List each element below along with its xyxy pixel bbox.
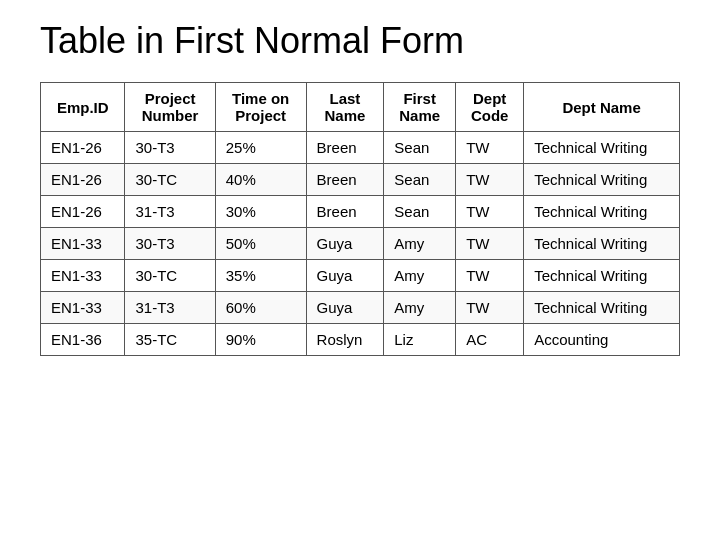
table-cell-4-4: Amy (384, 260, 456, 292)
table-cell-4-6: Technical Writing (524, 260, 680, 292)
table-body: EN1-2630-T325%BreenSeanTWTechnical Writi… (41, 132, 680, 356)
table-cell-2-5: TW (456, 196, 524, 228)
col-header-1: ProjectNumber (125, 83, 215, 132)
table-cell-0-1: 30-T3 (125, 132, 215, 164)
table-row: EN1-2630-TC40%BreenSeanTWTechnical Writi… (41, 164, 680, 196)
table-cell-6-1: 35-TC (125, 324, 215, 356)
col-header-6: Dept Name (524, 83, 680, 132)
table-cell-3-2: 50% (215, 228, 306, 260)
table-cell-5-3: Guya (306, 292, 384, 324)
table-cell-1-0: EN1-26 (41, 164, 125, 196)
col-header-0: Emp.ID (41, 83, 125, 132)
table-cell-4-1: 30-TC (125, 260, 215, 292)
table-cell-0-5: TW (456, 132, 524, 164)
table-cell-0-0: EN1-26 (41, 132, 125, 164)
table-cell-2-2: 30% (215, 196, 306, 228)
page-title: Table in First Normal Form (40, 20, 464, 62)
table-cell-1-1: 30-TC (125, 164, 215, 196)
table-cell-3-6: Technical Writing (524, 228, 680, 260)
col-header-2: Time onProject (215, 83, 306, 132)
table-cell-1-2: 40% (215, 164, 306, 196)
table-cell-5-1: 31-T3 (125, 292, 215, 324)
table-row: EN1-3331-T360%GuyaAmyTWTechnical Writing (41, 292, 680, 324)
table-cell-6-2: 90% (215, 324, 306, 356)
table-cell-5-5: TW (456, 292, 524, 324)
col-header-4: FirstName (384, 83, 456, 132)
table-cell-0-2: 25% (215, 132, 306, 164)
table-cell-2-4: Sean (384, 196, 456, 228)
table-cell-1-6: Technical Writing (524, 164, 680, 196)
table-cell-5-6: Technical Writing (524, 292, 680, 324)
table-cell-1-5: TW (456, 164, 524, 196)
table-row: EN1-3330-TC35%GuyaAmyTWTechnical Writing (41, 260, 680, 292)
table-cell-1-4: Sean (384, 164, 456, 196)
table-cell-2-0: EN1-26 (41, 196, 125, 228)
table-cell-3-5: TW (456, 228, 524, 260)
col-header-3: LastName (306, 83, 384, 132)
table-row: EN1-3330-T350%GuyaAmyTWTechnical Writing (41, 228, 680, 260)
table-cell-4-3: Guya (306, 260, 384, 292)
table-cell-2-1: 31-T3 (125, 196, 215, 228)
table-cell-2-3: Breen (306, 196, 384, 228)
table-cell-6-5: AC (456, 324, 524, 356)
table-row: EN1-2631-T330%BreenSeanTWTechnical Writi… (41, 196, 680, 228)
data-table: Emp.IDProjectNumberTime onProjectLastNam… (40, 82, 680, 356)
table-cell-4-5: TW (456, 260, 524, 292)
table-cell-5-4: Amy (384, 292, 456, 324)
table-cell-6-3: Roslyn (306, 324, 384, 356)
table-cell-3-1: 30-T3 (125, 228, 215, 260)
table-cell-4-0: EN1-33 (41, 260, 125, 292)
table-cell-3-4: Amy (384, 228, 456, 260)
table-cell-6-6: Accounting (524, 324, 680, 356)
table-cell-6-0: EN1-36 (41, 324, 125, 356)
table-header-row: Emp.IDProjectNumberTime onProjectLastNam… (41, 83, 680, 132)
table-cell-3-0: EN1-33 (41, 228, 125, 260)
table-row: EN1-3635-TC90%RoslynLizACAccounting (41, 324, 680, 356)
table-cell-6-4: Liz (384, 324, 456, 356)
table-row: EN1-2630-T325%BreenSeanTWTechnical Writi… (41, 132, 680, 164)
table-cell-0-3: Breen (306, 132, 384, 164)
table-cell-0-6: Technical Writing (524, 132, 680, 164)
table-cell-2-6: Technical Writing (524, 196, 680, 228)
table-cell-5-2: 60% (215, 292, 306, 324)
table-cell-5-0: EN1-33 (41, 292, 125, 324)
table-cell-1-3: Breen (306, 164, 384, 196)
table-cell-0-4: Sean (384, 132, 456, 164)
table-cell-4-2: 35% (215, 260, 306, 292)
table-cell-3-3: Guya (306, 228, 384, 260)
col-header-5: DeptCode (456, 83, 524, 132)
